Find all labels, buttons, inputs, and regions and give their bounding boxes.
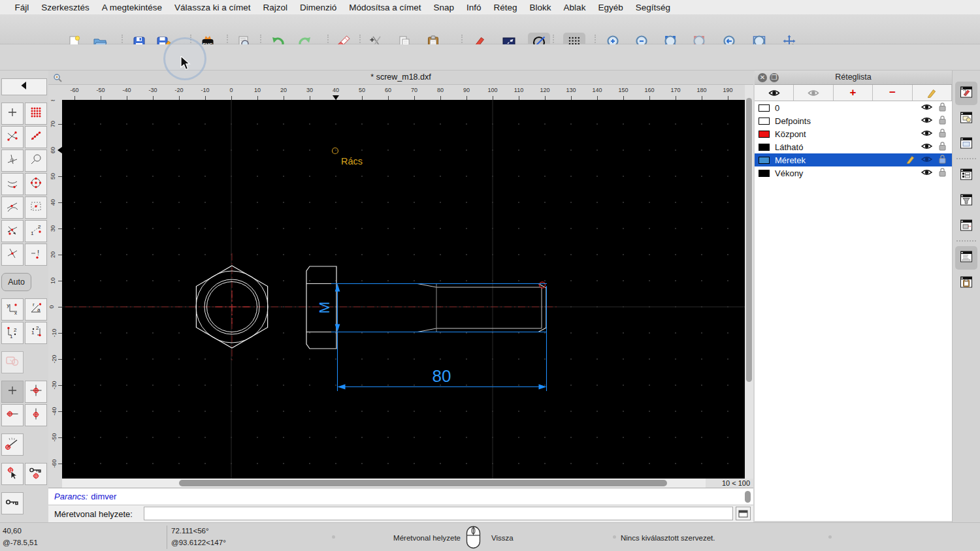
lock-relative-zero-button[interactable]: [25, 463, 47, 485]
layer-lock-icon[interactable]: [938, 141, 947, 153]
panel-library-button[interactable]: [955, 215, 977, 238]
menu-item-ablak[interactable]: Ablak: [557, 3, 592, 12]
select-entity-button[interactable]: [1, 351, 24, 373]
snap-free-button[interactable]: [1, 102, 24, 125]
snap-intersection-auto-button[interactable]: [1, 220, 24, 242]
panel-command-button[interactable]: [955, 246, 977, 270]
snap-perpendicular-button[interactable]: [1, 150, 24, 172]
snap-entity-handle-button[interactable]: [25, 150, 47, 172]
menu-item-egy-b[interactable]: Egyéb: [592, 3, 629, 12]
layer-color-swatch[interactable]: [759, 144, 770, 151]
layer-lock-icon[interactable]: [938, 167, 947, 179]
select-entity-icon: [5, 353, 20, 371]
layer-color-swatch[interactable]: [759, 118, 770, 125]
layer-panel: ✕ ❐ Réteglista + − 0DefpointsKözpontLáth…: [755, 71, 952, 521]
layer-color-swatch[interactable]: [759, 131, 770, 138]
panel-window-button[interactable]: [955, 133, 977, 156]
layer-visibility-icon[interactable]: [921, 116, 932, 126]
restrict-orthogonal-button[interactable]: [25, 381, 47, 403]
v-ruler-label: 40: [50, 199, 56, 206]
panel-filter-button[interactable]: [955, 189, 977, 213]
menu-item-blokk[interactable]: Blokk: [523, 3, 557, 12]
command-history-scrollbar[interactable]: [745, 491, 751, 503]
panel-window-icon: [959, 136, 973, 153]
remove-layer-button[interactable]: −: [873, 85, 912, 101]
layer-color-swatch[interactable]: [759, 170, 770, 177]
coord-polar-button[interactable]: ra: [25, 298, 47, 321]
layer-row-0[interactable]: 0: [755, 101, 952, 114]
menu-item-r-teg[interactable]: Réteg: [487, 3, 523, 12]
unlock-relative-zero-button[interactable]: [1, 492, 24, 514]
coord-cartesian-button[interactable]: yx: [1, 298, 24, 321]
layer-row-k-zpont[interactable]: Központ: [755, 127, 952, 140]
snap-distance-button[interactable]: 12: [25, 220, 47, 242]
panel-layerlist-button[interactable]: [955, 164, 977, 187]
menu-item-a-megtekint-se[interactable]: A megtekintése: [95, 3, 168, 12]
layer-row-l-that-[interactable]: Látható: [755, 140, 952, 153]
snap-reference-button[interactable]: [25, 197, 47, 219]
layer-lock-icon[interactable]: [938, 154, 947, 166]
layer-row-v-kony[interactable]: Vékony: [755, 166, 952, 180]
v-ruler-label: 60: [50, 147, 56, 153]
snap-nearest-icon: [6, 176, 19, 192]
snap-intersection-manual-button[interactable]: !: [25, 244, 47, 266]
menu-item-seg-ts-g[interactable]: Segítség: [629, 3, 676, 12]
restrict-nothing-button[interactable]: [1, 381, 24, 403]
snap-endpoints-button[interactable]: [1, 126, 24, 148]
horizontal-scrollbar-thumb[interactable]: [179, 480, 667, 486]
set-relative-zero-button[interactable]: [1, 463, 24, 485]
layer-edit-icon[interactable]: [906, 155, 915, 166]
snap-intersection-button[interactable]: [1, 244, 24, 266]
layer-lock-icon[interactable]: [938, 102, 947, 114]
menu-item-v-lassza-ki-a-c-met[interactable]: Válassza ki a címet: [169, 3, 257, 12]
menu-item-rajzol[interactable]: Rajzol: [257, 3, 294, 12]
panel-drawing-button[interactable]: [955, 82, 977, 105]
panel-blocks-button[interactable]: [955, 107, 977, 131]
horizontal-scrollbar[interactable]: [62, 479, 706, 488]
drawing-canvas[interactable]: 80 M Rács: [62, 100, 745, 479]
command-input[interactable]: [144, 507, 733, 520]
back-button[interactable]: [1, 78, 47, 95]
h-ruler-label: 150: [618, 87, 628, 93]
snap-grid-button[interactable]: [25, 102, 47, 125]
snap-on-entity-button[interactable]: [25, 126, 47, 148]
layer-visibility-icon[interactable]: [921, 103, 932, 113]
add-layer-button[interactable]: +: [834, 85, 873, 101]
snap-center-button[interactable]: [25, 173, 47, 195]
menu-item-szerkeszt-s[interactable]: Szerkesztés: [35, 3, 96, 12]
menu-item-dimenzi-[interactable]: Dimenzió: [293, 3, 342, 12]
menu-item-inf-[interactable]: Infó: [461, 3, 488, 12]
layer-row-defpoints[interactable]: Defpoints: [755, 114, 952, 127]
snap-tangent-button[interactable]: [1, 197, 24, 219]
restrict-vertical-button[interactable]: [25, 404, 47, 426]
vertical-scrollbar-thumb[interactable]: [746, 98, 752, 382]
layer-lock-icon[interactable]: [938, 128, 947, 140]
layer-lock-icon[interactable]: [938, 115, 947, 127]
menu-item-snap[interactable]: Snap: [427, 3, 461, 12]
angle-gauge-button[interactable]: [1, 433, 24, 456]
restrict-horizontal-icon: [6, 407, 19, 423]
show-all-layers-button[interactable]: [755, 85, 794, 101]
snap-intersection-manual-icon: !: [29, 247, 42, 262]
menu-item-f-jl[interactable]: Fájl: [8, 3, 35, 12]
layer-row-m-retek[interactable]: Méretek: [755, 153, 952, 166]
corner-first-button[interactable]: 12: [1, 322, 24, 344]
corner-second-button[interactable]: 12: [25, 322, 47, 344]
snap-auto-button[interactable]: Auto: [1, 273, 31, 291]
layer-color-swatch[interactable]: [759, 157, 770, 164]
hide-all-layers-button[interactable]: [794, 85, 833, 101]
restrict-horizontal-button[interactable]: [1, 404, 24, 426]
command-detach-button[interactable]: [736, 507, 751, 520]
panel-clipboard-button[interactable]: [955, 272, 977, 295]
angle-gauge-icon: [5, 437, 20, 452]
layer-color-swatch[interactable]: [759, 104, 770, 112]
layer-visibility-icon[interactable]: [921, 168, 932, 178]
layer-visibility-icon[interactable]: [921, 129, 932, 139]
edit-layer-button[interactable]: [913, 85, 952, 101]
menu-item-m-dos-tsa-a-c-met[interactable]: Módosítsa a címet: [343, 3, 427, 12]
layer-visibility-icon[interactable]: [921, 155, 932, 165]
snap-nearest-button[interactable]: [1, 173, 24, 195]
v-ruler-label: 50: [50, 173, 56, 180]
layer-visibility-icon[interactable]: [921, 142, 932, 152]
vertical-scrollbar[interactable]: [745, 85, 753, 479]
